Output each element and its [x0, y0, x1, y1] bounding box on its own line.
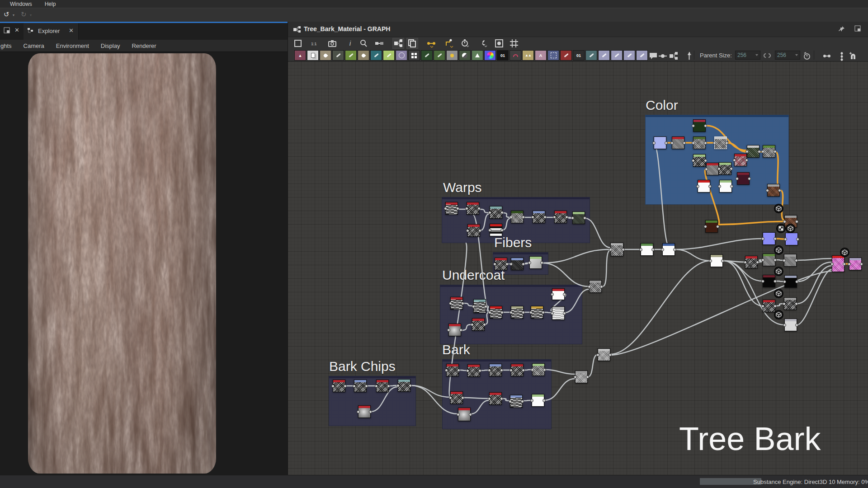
graph-node[interactable] — [511, 306, 524, 319]
node-palette-1-icon[interactable]: ▲ — [294, 50, 306, 61]
graph-node[interactable] — [763, 300, 775, 312]
node-small-icon[interactable] — [668, 51, 679, 61]
graph-node[interactable] — [719, 180, 732, 192]
plug-icon[interactable] — [821, 51, 833, 61]
node-palette-4-icon[interactable] — [332, 50, 344, 61]
parent-size-height-select[interactable]: 256 — [775, 51, 800, 60]
float-graph-icon[interactable] — [854, 25, 861, 33]
3d-view-badge-icon[interactable] — [774, 245, 783, 255]
node-palette-3-icon[interactable] — [320, 50, 331, 61]
graph-node[interactable] — [450, 391, 463, 404]
graph-node[interactable] — [714, 136, 727, 149]
graph-node[interactable] — [511, 258, 524, 270]
menu-windows[interactable]: Windows — [10, 1, 32, 7]
node-palette-2-icon[interactable] — [307, 50, 319, 61]
graph-node[interactable] — [575, 371, 588, 383]
viewport-menu-camera[interactable]: Camera — [24, 42, 44, 49]
node-palette-17-icon[interactable]: 01 — [497, 50, 509, 61]
graph-node[interactable] — [473, 299, 486, 313]
grid-crop-icon[interactable] — [508, 38, 520, 49]
image-view-icon[interactable] — [493, 38, 505, 49]
panel-divider[interactable] — [288, 22, 288, 475]
graph-node[interactable] — [832, 255, 844, 272]
node-palette-25-icon[interactable] — [598, 50, 610, 61]
info-icon[interactable]: i — [345, 38, 357, 49]
graph-node[interactable] — [450, 297, 463, 310]
graph-node[interactable] — [734, 154, 747, 166]
parent-size-width-select[interactable]: 256 — [735, 51, 760, 60]
graph-node[interactable] — [467, 202, 479, 215]
wrench-icon[interactable] — [477, 38, 489, 49]
3d-view-badge-icon[interactable] — [840, 248, 849, 257]
graph-node[interactable] — [354, 380, 367, 392]
3d-view-badge-icon[interactable] — [786, 224, 795, 233]
node-palette-16-icon[interactable] — [484, 50, 496, 61]
graph-node[interactable] — [510, 395, 523, 408]
graph-node[interactable] — [589, 280, 602, 293]
node-palette-28-icon[interactable] — [636, 50, 648, 61]
graph-node[interactable] — [693, 154, 706, 167]
graph-node[interactable] — [490, 224, 502, 236]
pin-icon[interactable] — [838, 25, 845, 34]
node-palette-7-icon[interactable] — [370, 50, 382, 61]
graph-node[interactable] — [472, 318, 485, 331]
node-palette-6-icon[interactable] — [358, 50, 369, 61]
graph-node[interactable] — [706, 163, 719, 175]
graph-node[interactable] — [532, 394, 544, 407]
zoom-actual-icon[interactable]: 1:1 — [309, 38, 321, 49]
camera-icon[interactable] — [326, 38, 338, 49]
graph-node[interactable] — [672, 136, 684, 149]
graph-node[interactable] — [747, 145, 760, 158]
node-palette-23-icon[interactable]: 01 — [573, 50, 585, 61]
node-palette-14-icon[interactable] — [459, 50, 471, 61]
link-sizes-icon[interactable] — [761, 51, 773, 61]
float-window-icon[interactable] — [4, 27, 10, 35]
node-palette-20-icon[interactable]: A — [535, 50, 547, 61]
layers-icon[interactable] — [406, 38, 418, 49]
graph-node[interactable] — [572, 211, 585, 224]
graph-node[interactable] — [693, 136, 706, 149]
search-icon[interactable] — [358, 38, 369, 49]
graph-node[interactable] — [552, 306, 565, 320]
graph-node[interactable] — [333, 380, 345, 392]
dot-link-icon[interactable] — [657, 51, 669, 61]
node-palette-5-icon[interactable] — [345, 50, 357, 61]
link-icon[interactable] — [373, 38, 385, 49]
link-dot-icon[interactable] — [425, 38, 437, 49]
graph-node[interactable] — [784, 275, 797, 288]
viewport-menu-environment[interactable]: Environment — [56, 42, 89, 49]
frame-selection-icon[interactable] — [292, 38, 304, 49]
graph-node[interactable] — [511, 211, 524, 223]
node-palette-27-icon[interactable] — [623, 50, 635, 61]
graph-canvas[interactable]: Tree Bark ColorWarpsFibersUndercoatBarkB… — [288, 61, 868, 475]
graph-node[interactable] — [784, 319, 797, 331]
node-palette-24-icon[interactable] — [585, 50, 597, 61]
graph-node[interactable] — [489, 364, 502, 376]
node-palette-13-icon[interactable] — [446, 50, 458, 61]
node-palette-19-icon[interactable]: ▲▲ — [522, 50, 534, 61]
3d-view-badge-icon[interactable] — [774, 289, 783, 298]
graph-node[interactable] — [662, 243, 675, 256]
graph-node[interactable] — [785, 233, 798, 245]
graph-node[interactable] — [698, 180, 710, 192]
elbow-connector-icon[interactable] — [443, 38, 455, 49]
graph-node[interactable] — [511, 364, 524, 376]
3d-viewport[interactable] — [0, 52, 288, 475]
graph-node[interactable] — [763, 275, 775, 287]
node-palette-10-icon[interactable] — [408, 50, 420, 61]
reset-time-icon[interactable] — [801, 51, 813, 61]
3d-view-badge-icon[interactable] — [774, 267, 783, 276]
magnet-icon[interactable] — [847, 51, 859, 61]
3d-view-badge-icon[interactable] — [774, 204, 783, 213]
graph-node[interactable] — [641, 243, 653, 256]
graph-node[interactable] — [598, 348, 610, 361]
tab-explorer-close-icon[interactable]: ✕ — [69, 27, 74, 34]
2d-view-badge-icon[interactable] — [776, 224, 786, 233]
graph-node[interactable] — [763, 232, 775, 245]
node-palette-15-icon[interactable] — [472, 50, 483, 61]
graph-node[interactable] — [737, 172, 750, 185]
graph-node[interactable] — [552, 288, 565, 300]
graph-node[interactable] — [490, 306, 502, 319]
graph-node[interactable] — [467, 224, 480, 237]
graph-node[interactable] — [610, 243, 623, 256]
